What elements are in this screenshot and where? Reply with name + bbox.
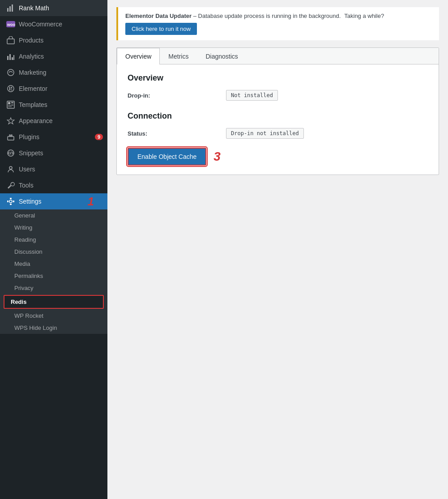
settings-submenu: General Writing Reading Discussion Media… bbox=[0, 209, 107, 334]
svg-rect-12 bbox=[9, 87, 10, 90]
enable-object-cache-button[interactable]: Enable Object Cache bbox=[128, 148, 206, 166]
submenu-privacy[interactable]: Privacy bbox=[0, 282, 107, 294]
sidebar-item-products[interactable]: Products bbox=[0, 32, 107, 48]
snippets-icon bbox=[6, 149, 15, 158]
svg-text:woo: woo bbox=[7, 22, 15, 27]
connection-heading: Connection bbox=[128, 111, 428, 121]
notice-bold: Elementor Data Updater bbox=[125, 13, 192, 19]
sidebar-label-analytics: Analytics bbox=[19, 53, 103, 60]
products-icon bbox=[6, 36, 15, 45]
status-row: Status: Drop-in not installed bbox=[128, 128, 428, 139]
overview-panel: Overview Drop-in: Not installed Connecti… bbox=[117, 64, 439, 175]
svg-rect-25 bbox=[10, 204, 12, 205]
svg-rect-9 bbox=[13, 55, 14, 60]
svg-rect-2 bbox=[12, 4, 13, 12]
sidebar: Rank Math woo WooCommerce Products bbox=[0, 0, 107, 499]
sidebar-item-tools[interactable]: Tools bbox=[0, 177, 107, 193]
sidebar-item-settings[interactable]: Settings 1 bbox=[0, 193, 107, 209]
settings-icon bbox=[6, 197, 15, 206]
sidebar-item-elementor[interactable]: Elementor bbox=[0, 81, 107, 97]
plugins-badge: 9 bbox=[95, 134, 103, 140]
submenu-general[interactable]: General bbox=[0, 209, 107, 222]
submenu-wps-hide-login[interactable]: WPS Hide Login bbox=[0, 322, 107, 334]
svg-rect-20 bbox=[8, 107, 12, 107]
sidebar-item-woocommerce[interactable]: woo WooCommerce bbox=[0, 16, 107, 32]
svg-rect-14 bbox=[11, 90, 12, 90]
svg-rect-13 bbox=[11, 87, 12, 89]
dropin-value: Not installed bbox=[226, 90, 278, 101]
dropin-row: Drop-in: Not installed bbox=[128, 90, 428, 101]
plugins-icon bbox=[6, 132, 15, 141]
svg-rect-16 bbox=[8, 102, 10, 104]
svg-rect-7 bbox=[9, 54, 11, 60]
sidebar-item-analytics[interactable]: Analytics bbox=[0, 48, 107, 64]
chart-icon bbox=[6, 4, 15, 13]
submenu-permalinks[interactable]: Permalinks bbox=[0, 270, 107, 282]
sidebar-label-templates: Templates bbox=[19, 101, 103, 108]
submenu-reading[interactable]: Reading bbox=[0, 234, 107, 246]
submenu-media[interactable]: Media bbox=[0, 258, 107, 270]
main-content: Elementor Data Updater – Database update… bbox=[107, 0, 448, 499]
sidebar-label-snippets: Snippets bbox=[19, 149, 103, 157]
tab-diagnostics[interactable]: Diagnostics bbox=[197, 48, 246, 64]
sidebar-item-plugins[interactable]: Plugins 9 bbox=[0, 129, 107, 145]
tabs-bar: Overview Metrics Diagnostics bbox=[117, 48, 439, 64]
svg-rect-0 bbox=[7, 8, 9, 12]
submenu-redis[interactable]: Redis 2 bbox=[4, 295, 104, 309]
sidebar-label-users: Users bbox=[19, 166, 103, 173]
step3-badge: 3 bbox=[213, 150, 221, 163]
submenu-wp-rocket[interactable]: WP Rocket bbox=[0, 310, 107, 322]
notice-bar: Elementor Data Updater – Database update… bbox=[116, 7, 439, 40]
sidebar-item-marketing[interactable]: Marketing bbox=[0, 64, 107, 81]
svg-rect-1 bbox=[9, 6, 11, 12]
tools-icon bbox=[6, 181, 15, 190]
sidebar-item-rank-math[interactable]: Rank Math bbox=[0, 0, 107, 16]
notice-message: – Database update process is running in … bbox=[192, 13, 341, 19]
step1-badge: 1 bbox=[88, 195, 94, 209]
appearance-icon bbox=[6, 116, 15, 125]
svg-rect-18 bbox=[11, 104, 13, 104]
tab-metrics[interactable]: Metrics bbox=[160, 48, 197, 64]
svg-rect-24 bbox=[10, 198, 12, 199]
users-icon bbox=[6, 165, 15, 174]
sidebar-item-appearance[interactable]: Appearance bbox=[0, 113, 107, 129]
dropin-label: Drop-in: bbox=[128, 92, 226, 99]
templates-icon bbox=[6, 100, 15, 109]
svg-rect-19 bbox=[8, 105, 13, 106]
sidebar-label-elementor: Elementor bbox=[19, 85, 103, 92]
notice-text: Elementor Data Updater – Database update… bbox=[125, 13, 341, 19]
woo-icon: woo bbox=[6, 20, 15, 29]
sidebar-label-tools: Tools bbox=[19, 182, 103, 189]
svg-rect-6 bbox=[7, 56, 9, 60]
elementor-icon bbox=[6, 84, 15, 93]
sidebar-label-plugins: Plugins bbox=[19, 133, 91, 141]
sidebar-label-marketing: Marketing bbox=[19, 69, 103, 76]
svg-rect-8 bbox=[12, 57, 13, 60]
submenu-writing[interactable]: Writing bbox=[0, 222, 107, 234]
tab-overview[interactable]: Overview bbox=[117, 48, 160, 64]
status-label: Status: bbox=[128, 130, 226, 137]
svg-rect-17 bbox=[11, 102, 13, 103]
sidebar-label-appearance: Appearance bbox=[19, 117, 103, 124]
svg-point-10 bbox=[8, 69, 14, 76]
analytics-icon bbox=[6, 52, 15, 61]
sidebar-item-templates[interactable]: Templates bbox=[0, 97, 107, 113]
content-area: Overview Metrics Diagnostics Overview Dr… bbox=[116, 47, 439, 175]
sidebar-label-woocommerce: WooCommerce bbox=[19, 21, 103, 28]
run-now-button[interactable]: Click here to run it now bbox=[125, 23, 197, 35]
settings-arrow bbox=[105, 195, 107, 208]
sidebar-item-snippets[interactable]: Snippets bbox=[0, 145, 107, 161]
submenu-discussion[interactable]: Discussion bbox=[0, 246, 107, 258]
svg-point-23 bbox=[9, 166, 12, 169]
taking-while-text: Taking a while? bbox=[344, 13, 384, 19]
enable-btn-area: Enable Object Cache 3 bbox=[128, 148, 428, 166]
marketing-icon bbox=[6, 68, 15, 77]
sidebar-item-users[interactable]: Users bbox=[0, 161, 107, 177]
svg-point-11 bbox=[8, 85, 14, 92]
svg-rect-21 bbox=[8, 136, 14, 140]
status-value: Drop-in not installed bbox=[226, 128, 304, 139]
svg-rect-27 bbox=[13, 200, 14, 202]
sidebar-label-products: Products bbox=[19, 37, 103, 44]
svg-point-28 bbox=[9, 200, 12, 203]
sidebar-label-rank-math: Rank Math bbox=[19, 4, 103, 12]
